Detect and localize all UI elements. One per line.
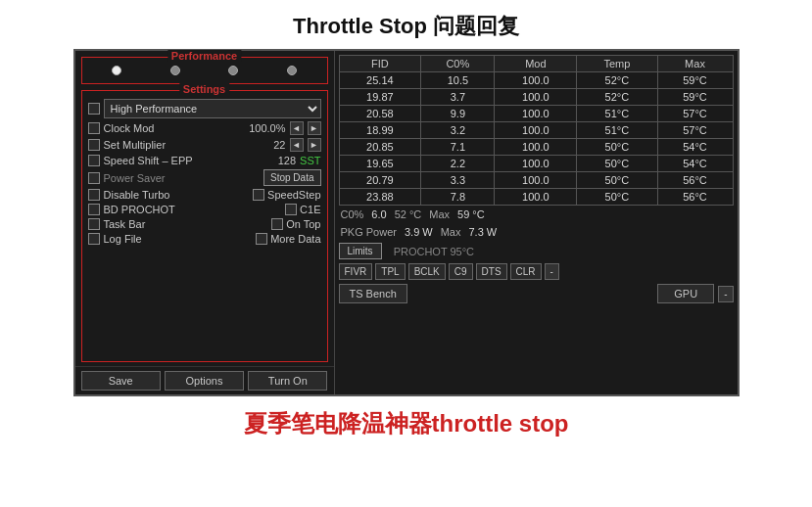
table-row: 19.87 3.7 100.0 52°C 59°C [339,89,733,106]
disable-turbo-checkbox[interactable] [88,189,100,201]
speedstep-label: SpeedStep [267,189,320,201]
bd-prochot-label: BD PROCHOT [104,204,282,215]
c0-label: C0% [341,208,364,220]
gpu-button[interactable]: GPU [657,284,714,303]
speed-shift-row: Speed Shift – EPP 128 SST [88,155,321,166]
col-c0: C0% [421,56,495,72]
stop-data-button[interactable]: Stop Data [263,169,320,186]
on-top-col: On Top [271,218,320,230]
log-file-label: Log File [104,233,253,245]
pkg-max-value: 7.3 W [468,226,497,238]
more-data-col: More Data [256,233,320,245]
log-file-checkbox[interactable] [88,233,100,245]
speed-shift-label: Speed Shift – EPP [104,155,265,166]
footer-title: 夏季笔电降温神器throttle stop [244,396,569,443]
data-table: FID C0% Mod Temp Max 25.14 10.5 100.0 52… [339,55,734,206]
tpl-button[interactable]: TPL [375,263,405,280]
pkg-power-label: PKG Power [341,226,397,238]
save-button[interactable]: Save [81,371,161,391]
page-title: Throttle Stop 问题回复 [293,0,519,49]
more-data-label: More Data [270,233,320,245]
table-row: 20.58 9.9 100.0 51°C 57°C [339,106,733,122]
task-bar-label: Task Bar [104,218,268,230]
left-bottom-buttons: Save Options Turn On [75,366,334,394]
right-panel: FID C0% Mod Temp Max 25.14 10.5 100.0 52… [335,51,738,394]
more-data-checkbox[interactable] [256,233,267,245]
clock-mod-left-arrow[interactable]: ◄ [290,121,304,135]
left-panel: Performance Settings High Performance [75,51,335,394]
options-button[interactable]: Options [165,371,244,391]
task-bar-checkbox[interactable] [88,218,100,230]
table-row: 23.88 7.8 100.0 50°C 56°C [339,189,733,206]
power-saver-checkbox[interactable] [88,172,100,184]
limits-button[interactable]: Limits [339,243,382,259]
speed-shift-checkbox[interactable] [88,155,100,166]
c9-button[interactable]: C9 [449,263,473,280]
set-multiplier-checkbox[interactable] [88,139,100,151]
on-top-label: On Top [286,218,320,230]
c1e-checkbox[interactable] [285,204,297,215]
clock-mod-value: 100.0% [249,122,285,134]
pkg-power-value: 3.9 W [405,226,433,238]
task-bar-row: Task Bar On Top [88,218,321,230]
multiplier-right-arrow[interactable]: ► [308,138,321,152]
bd-prochot-row: BD PROCHOT C1E [88,204,321,215]
right-bottom-row: TS Bench GPU - [339,282,734,305]
table-row: 20.85 7.1 100.0 50°C 54°C [339,139,733,156]
c1e-col: C1E [285,204,320,215]
speedstep-col: SpeedStep [253,189,320,201]
speed-shift-value: 128 [268,155,296,166]
clock-mod-checkbox[interactable] [88,122,100,134]
table-row: 18.99 3.2 100.0 51°C 57°C [339,122,733,139]
prochot-label: PROCHOT 95°C [394,246,474,257]
set-multiplier-value: 22 [259,139,286,151]
col-max: Max [657,56,733,72]
pkg-max-label: Max [441,226,461,238]
perf-dot-2[interactable] [170,66,180,75]
profile-dropdown[interactable]: High Performance [104,99,321,118]
clr-button[interactable]: CLR [510,263,542,280]
sst-label: SST [300,155,320,166]
disable-turbo-row: Disable Turbo SpeedStep [88,189,321,201]
bclk-button[interactable]: BCLK [408,263,446,280]
table-row: 20.79 3.3 100.0 50°C 56°C [339,172,733,189]
perf-dot-1[interactable] [112,66,121,75]
dropdown-checkbox[interactable] [88,103,100,115]
fivr-minus-button[interactable]: - [545,263,559,280]
perf-dot-4[interactable] [287,66,297,75]
temp-value: 52 °C [395,208,422,220]
performance-section: Performance [81,57,328,84]
col-mod: Mod [495,56,577,72]
tsbench-button[interactable]: TS Bench [339,284,407,303]
settings-section: Settings High Performance Clock Mod 100.… [81,90,328,362]
c0-value: 6.0 [371,208,386,220]
turn-on-button[interactable]: Turn On [248,371,327,391]
speedstep-checkbox[interactable] [253,189,264,201]
log-file-row: Log File More Data [88,233,321,245]
clock-mod-row: Clock Mod 100.0% ◄ ► [88,121,321,135]
table-row: 25.14 10.5 100.0 52°C 59°C [339,72,733,89]
table-row: 19.65 2.2 100.0 50°C 54°C [339,156,733,172]
right-minus-button[interactable]: - [718,286,733,302]
performance-dots [88,62,321,79]
max-label: Max [429,208,450,220]
fivr-button[interactable]: FIVR [339,263,373,280]
clock-mod-right-arrow[interactable]: ► [308,121,321,135]
bd-prochot-checkbox[interactable] [88,204,100,215]
dts-button[interactable]: DTS [476,263,507,280]
multiplier-left-arrow[interactable]: ◄ [290,138,304,152]
limits-row: Limits PROCHOT 95°C [339,241,734,261]
disable-turbo-label: Disable Turbo [104,189,250,201]
power-saver-row: Power Saver Stop Data [88,169,321,186]
max-value: 59 °C [457,208,485,220]
col-fid: FID [339,56,421,72]
col-temp: Temp [577,56,657,72]
on-top-checkbox[interactable] [271,218,283,230]
clock-mod-label: Clock Mod [104,122,246,134]
perf-dot-3[interactable] [228,66,238,75]
stats-row-1: C0% 6.0 52 °C Max 59 °C [339,206,734,223]
settings-label: Settings [179,83,229,95]
set-multiplier-label: Set Multiplier [104,139,255,151]
fivr-row: FIVR TPL BCLK C9 DTS CLR - [339,261,734,282]
stats-row-2: PKG Power 3.9 W Max 7.3 W [339,223,734,241]
